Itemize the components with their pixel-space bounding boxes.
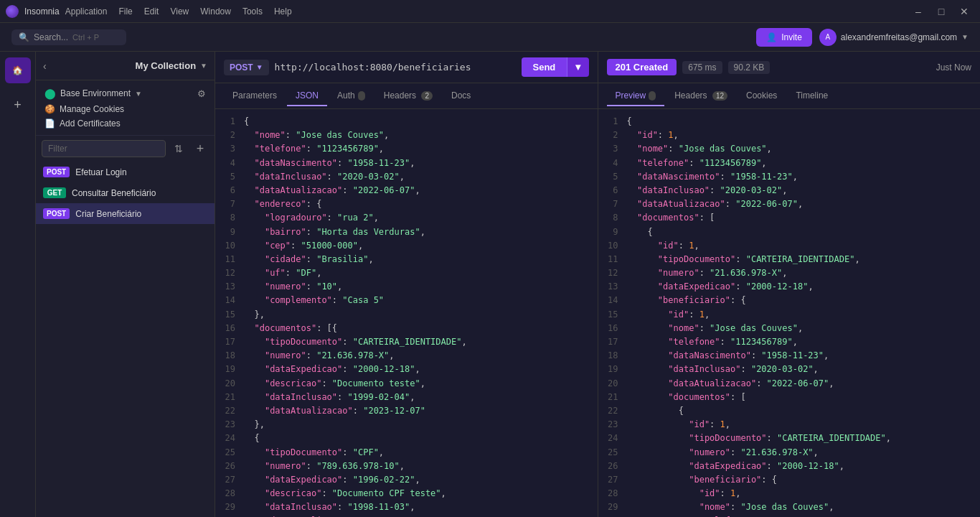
headers-badge: 2 xyxy=(421,91,433,101)
response-body[interactable]: 1{2 "id": 1,3 "nome": "Jose das Couves",… xyxy=(598,109,981,517)
user-email: alexandremfreitas@gmail.com xyxy=(841,32,957,42)
method-badge: POST xyxy=(43,208,70,219)
plus-icon: + xyxy=(14,98,22,113)
response-meta: 675 ms 90.2 KB xyxy=(682,61,770,74)
user-info[interactable]: A alexandremfreitas@gmail.com ▼ xyxy=(819,29,969,46)
preview-badge xyxy=(649,91,656,101)
auth-badge xyxy=(358,91,365,101)
tab-timeline[interactable]: Timeline xyxy=(787,86,837,106)
sort-button[interactable]: ⇅ xyxy=(170,140,187,157)
search-box[interactable]: 🔍 Search... Ctrl + P xyxy=(11,29,126,45)
menu-view[interactable]: View xyxy=(170,6,189,17)
menu-edit[interactable]: Edit xyxy=(144,6,159,17)
gear-icon[interactable]: ⚙ xyxy=(197,88,206,99)
response-section: 201 Created 675 ms 90.2 KB Just Now Prev… xyxy=(598,52,981,517)
env-circle-icon: ⬤ xyxy=(44,88,56,99)
request-tab-bar: Parameters JSON Auth Headers 2 Docs xyxy=(215,83,598,109)
send-button[interactable]: Send xyxy=(522,57,567,77)
list-item[interactable]: POST Criar Beneficiário xyxy=(36,203,215,224)
tab-cookies[interactable]: Cookies xyxy=(738,86,786,106)
collection-title[interactable]: My Collection ▼ xyxy=(136,60,207,71)
home-sidebar-button[interactable]: 🏠 xyxy=(5,57,31,83)
response-tab-bar: Preview Headers 12 Cookies Timeline xyxy=(598,83,981,109)
titlebar: Insomnia Application File Edit View Wind… xyxy=(0,0,980,23)
add-certificates-label: Add Certificates xyxy=(60,118,121,129)
request-panel: POST ▼ Send ▼ Parameters JSON xyxy=(215,52,980,517)
app-icon xyxy=(6,5,19,18)
method-selector[interactable]: POST ▼ xyxy=(224,60,269,75)
env-section: ⬤ Base Environment ▼ ⚙ 🍪 Manage Cookies … xyxy=(36,80,215,136)
invite-label: Invite xyxy=(781,32,802,42)
response-status-bar: 201 Created 675 ms 90.2 KB Just Now xyxy=(598,52,981,83)
send-dropdown-button[interactable]: ▼ xyxy=(567,57,588,77)
tab-preview[interactable]: Preview xyxy=(607,86,665,106)
url-bar: POST ▼ Send ▼ xyxy=(215,52,598,83)
manage-cookies-row[interactable]: 🍪 Manage Cookies xyxy=(42,102,209,116)
titlebar-left: Insomnia Application File Edit View Wind… xyxy=(6,5,292,18)
method-badge: GET xyxy=(43,187,66,198)
manage-cookies-label: Manage Cookies xyxy=(60,104,124,114)
status-badge: 201 Created xyxy=(607,59,677,75)
request-name: Criar Beneficiário xyxy=(75,209,141,219)
minimize-button[interactable]: – xyxy=(908,4,928,19)
search-shortcut: Ctrl + P xyxy=(72,33,99,42)
filter-row: ⇅ + xyxy=(36,136,215,162)
base-env-label: ⬤ Base Environment ▼ xyxy=(44,88,142,99)
menu-file[interactable]: File xyxy=(118,6,132,17)
invite-button[interactable]: 👤 Invite xyxy=(756,28,812,47)
main-layout: 🏠 + ‹ My Collection ▼ ⬤ Base Environment… xyxy=(0,52,980,517)
tab-auth[interactable]: Auth xyxy=(329,86,374,106)
request-section: POST ▼ Send ▼ Parameters JSON xyxy=(215,52,598,517)
menu-window[interactable]: Window xyxy=(200,6,231,17)
collapse-button[interactable]: ‹ xyxy=(43,60,47,72)
tab-docs[interactable]: Docs xyxy=(443,86,479,106)
response-size: 90.2 KB xyxy=(728,61,771,74)
menu-application[interactable]: Application xyxy=(65,6,108,17)
collection-label: My Collection xyxy=(136,60,197,71)
list-item[interactable]: GET Consultar Beneficiário xyxy=(36,182,215,203)
content-area: POST ▼ Send ▼ Parameters JSON xyxy=(215,52,980,517)
method-label: POST xyxy=(230,62,253,73)
cookie-icon: 🍪 xyxy=(44,104,55,114)
list-item[interactable]: POST Efetuar Login xyxy=(36,162,215,182)
topbar-right: 👤 Invite A alexandremfreitas@gmail.com ▼ xyxy=(756,28,969,47)
titlebar-controls: – □ ✕ xyxy=(908,4,974,19)
add-certificates-row[interactable]: 📄 Add Certificates xyxy=(42,116,209,131)
close-button[interactable]: ✕ xyxy=(954,4,974,19)
certificate-icon: 📄 xyxy=(44,118,55,129)
user-chevron-icon: ▼ xyxy=(961,33,969,41)
avatar: A xyxy=(819,29,837,46)
add-request-button[interactable]: + xyxy=(192,140,209,157)
topbar-left: 🔍 Search... Ctrl + P xyxy=(11,29,126,45)
base-env-row[interactable]: ⬤ Base Environment ▼ ⚙ xyxy=(42,85,209,102)
icon-sidebar: 🏠 + xyxy=(0,52,36,517)
titlebar-menu: Application File Edit View Window Tools … xyxy=(65,6,292,17)
method-badge: POST xyxy=(43,167,70,177)
maximize-button[interactable]: □ xyxy=(931,4,951,19)
response-code-editor: 1{2 "id": 1,3 "nome": "Jose das Couves",… xyxy=(598,109,981,517)
topbar: 🔍 Search... Ctrl + P 👤 Invite A alexandr… xyxy=(0,23,980,52)
request-body[interactable]: 1{2 "nome": "Jose das Couves",3 "telefon… xyxy=(215,109,598,517)
request-name: Consultar Beneficiário xyxy=(72,188,156,198)
tab-headers[interactable]: Headers 2 xyxy=(375,86,441,106)
app-title: Insomnia xyxy=(24,6,60,17)
chevron-down-icon: ▼ xyxy=(200,62,207,70)
response-timestamp: Just Now xyxy=(936,62,971,73)
tab-resp-headers[interactable]: Headers 12 xyxy=(666,86,736,106)
invite-person-icon: 👤 xyxy=(766,32,777,42)
tab-parameters[interactable]: Parameters xyxy=(224,86,286,106)
menu-help[interactable]: Help xyxy=(274,6,292,17)
request-code-editor: 1{2 "nome": "Jose das Couves",3 "telefon… xyxy=(215,109,598,517)
left-panel: ‹ My Collection ▼ ⬤ Base Environment ▼ ⚙… xyxy=(36,52,215,517)
menu-tools[interactable]: Tools xyxy=(242,6,263,17)
request-list: POST Efetuar Login GET Consultar Benefic… xyxy=(36,162,215,517)
request-name: Efetuar Login xyxy=(75,167,126,177)
add-sidebar-button[interactable]: + xyxy=(5,92,31,118)
filter-input[interactable] xyxy=(42,140,166,157)
url-input[interactable] xyxy=(275,62,516,73)
resp-headers-badge: 12 xyxy=(712,91,727,101)
home-icon: 🏠 xyxy=(12,65,23,75)
send-button-group: Send ▼ xyxy=(522,57,589,77)
method-chevron-icon: ▼ xyxy=(256,63,263,71)
tab-json[interactable]: JSON xyxy=(287,86,327,106)
